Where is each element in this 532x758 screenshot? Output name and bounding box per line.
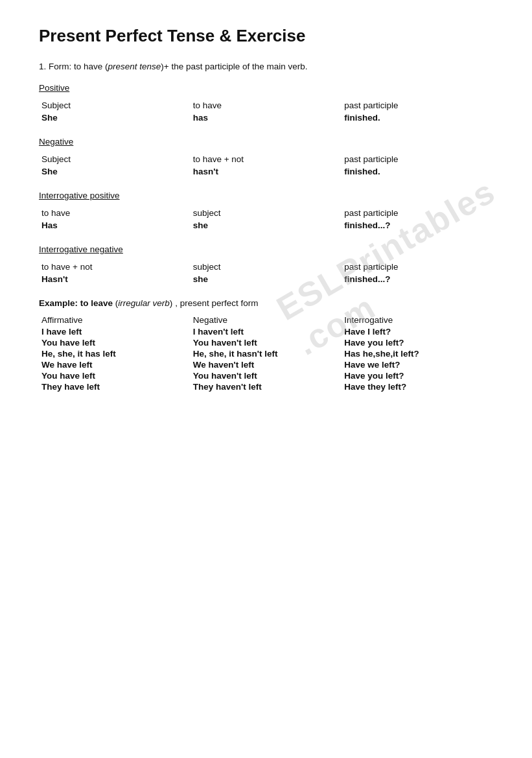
conj-aff-4: We have left [39, 359, 191, 370]
positive-header-col3: past participle [341, 99, 493, 112]
negative-heading: Negative [39, 137, 493, 147]
positive-table: Subject to have past participle She has … [39, 99, 493, 124]
interrog-neg-header-col2: subject [191, 261, 342, 273]
example-intro-rest: , present perfect form [175, 298, 258, 308]
interrog-neg-header-col1: to have + not [39, 261, 191, 273]
interrog-pos-header-col2: subject [191, 207, 342, 219]
conj-header-interrogative: Interrogative [341, 314, 493, 326]
intro-text2: )+ the past participle of the main verb. [161, 62, 307, 71]
interrogative-negative-table: to have + not subject past participle Ha… [39, 261, 493, 285]
conj-neg-1: I haven't left [191, 326, 342, 337]
positive-header-row: Subject to have past participle [39, 99, 493, 112]
conj-neg-5: You haven't left [191, 370, 342, 381]
interrog-neg-header-row: to have + not subject past participle [39, 261, 493, 273]
positive-data-row: She has finished. [39, 112, 493, 124]
interrog-pos-data-row: Has she finished...? [39, 219, 493, 231]
conj-aff-6: They have left [39, 381, 191, 392]
negative-participle: finished. [341, 165, 493, 178]
interrogative-negative-heading: Interrogative negative [39, 244, 493, 254]
interrog-pos-have: Has [39, 219, 191, 231]
interrogative-negative-block: Interrogative negative to have + not sub… [39, 244, 493, 285]
positive-header-col2: to have [191, 99, 342, 112]
conj-int-2: Have you left? [341, 337, 493, 348]
negative-table: Subject to have + not past participle Sh… [39, 153, 493, 178]
conj-aff-5: You have left [39, 370, 191, 381]
negative-header-row: Subject to have + not past participle [39, 153, 493, 165]
negative-to-have: hasn't [191, 165, 342, 178]
interrog-neg-participle: finished...? [341, 273, 493, 285]
conj-aff-2: You have left [39, 337, 191, 348]
interrog-neg-header-col3: past participle [341, 261, 493, 273]
conj-neg-4: We haven't left [191, 359, 342, 370]
conjugation-row-6: They have left They haven't left Have th… [39, 381, 493, 392]
negative-header-col3: past participle [341, 153, 493, 165]
positive-to-have: has [191, 112, 342, 124]
conjugation-row-4: We have left We haven't left Have we lef… [39, 359, 493, 370]
conj-int-1: Have I left? [341, 326, 493, 337]
interrogative-positive-heading: Interrogative positive [39, 191, 493, 200]
negative-block: Negative Subject to have + not past part… [39, 137, 493, 178]
negative-header-col1: Subject [39, 153, 191, 165]
example-intro: Example: to leave (irregular verb) , pre… [39, 298, 493, 308]
interrog-neg-subject: she [191, 273, 342, 285]
conj-neg-3: He, she, it hasn't left [191, 348, 342, 359]
intro-text1: 1. Form: to have ( [39, 62, 108, 71]
negative-header-col2: to have + not [191, 153, 342, 165]
positive-heading: Positive [39, 83, 493, 93]
interrog-pos-header-col3: past participle [341, 207, 493, 219]
conj-header-negative: Negative [191, 314, 342, 326]
conj-int-5: Have you left? [341, 370, 493, 381]
interrog-pos-participle: finished...? [341, 219, 493, 231]
conjugation-table: Affirmative Negative Interrogative I hav… [39, 314, 493, 392]
positive-participle: finished. [341, 112, 493, 124]
intro-paragraph: 1. Form: to have (present tense)+ the pa… [39, 62, 493, 71]
positive-header-col1: Subject [39, 99, 191, 112]
conjugation-header-row: Affirmative Negative Interrogative [39, 314, 493, 326]
interrog-pos-header-col1: to have [39, 207, 191, 219]
positive-block: Positive Subject to have past participle… [39, 83, 493, 124]
interrog-neg-have: Hasn't [39, 273, 191, 285]
example-intro-italic: irregular verb [118, 298, 170, 308]
conj-int-3: Has he,she,it left? [341, 348, 493, 359]
conjugation-row-5: You have left You haven't left Have you … [39, 370, 493, 381]
conj-neg-2: You haven't left [191, 337, 342, 348]
intro-italic: present tense [108, 62, 161, 71]
positive-subject: She [39, 112, 191, 124]
interrogative-positive-block: Interrogative positive to have subject p… [39, 191, 493, 231]
negative-subject: She [39, 165, 191, 178]
conj-neg-6: They haven't left [191, 381, 342, 392]
negative-data-row: She hasn't finished. [39, 165, 493, 178]
conjugation-row-2: You have left You haven't left Have you … [39, 337, 493, 348]
conj-int-6: Have they left? [341, 381, 493, 392]
conj-aff-3: He, she, it has left [39, 348, 191, 359]
conjugation-row-1: I have left I haven't left Have I left? [39, 326, 493, 337]
interrog-neg-data-row: Hasn't she finished...? [39, 273, 493, 285]
example-paren-close: ) [170, 298, 173, 308]
interrog-pos-header-row: to have subject past participle [39, 207, 493, 219]
conj-aff-1: I have left [39, 326, 191, 337]
conjugation-row-3: He, she, it has left He, she, it hasn't … [39, 348, 493, 359]
conj-header-affirmative: Affirmative [39, 314, 191, 326]
interrogative-positive-table: to have subject past participle Has she … [39, 207, 493, 231]
example-intro-bold: Example: to leave [39, 298, 113, 308]
conj-int-4: Have we left? [341, 359, 493, 370]
page-title: Present Perfect Tense & Exercise [39, 26, 493, 46]
interrog-pos-subject: she [191, 219, 342, 231]
